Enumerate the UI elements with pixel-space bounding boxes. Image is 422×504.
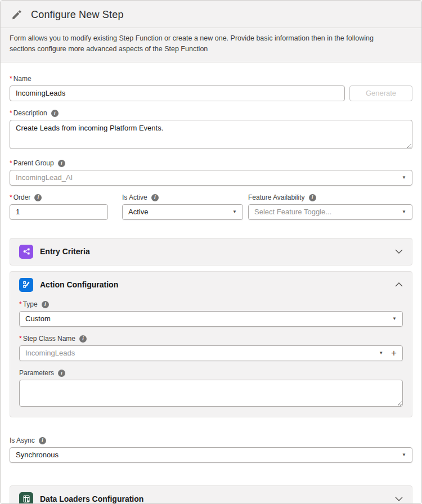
- step-class-name-field-group: * Step Class Name i IncomingLeads ▼ +: [19, 335, 403, 361]
- add-step-class-icon[interactable]: +: [391, 348, 397, 358]
- is-async-select[interactable]: Synchronous ▼: [10, 447, 412, 463]
- action-configuration-section: Action Configuration * Type i Cus: [10, 271, 412, 417]
- is-active-select[interactable]: Active ▼: [122, 204, 243, 220]
- info-icon[interactable]: i: [51, 110, 59, 117]
- required-marker: *: [19, 300, 22, 309]
- info-icon[interactable]: i: [58, 370, 65, 377]
- chevron-down-icon: ▼: [379, 350, 383, 356]
- parameters-textarea[interactable]: [19, 380, 403, 407]
- is-async-label: Is Async i: [10, 436, 412, 445]
- required-marker: *: [10, 75, 12, 83]
- page-title: Configure New Step: [31, 9, 124, 21]
- info-icon[interactable]: i: [79, 335, 87, 343]
- info-icon[interactable]: i: [151, 194, 159, 201]
- chevron-down-icon: ▼: [402, 175, 406, 180]
- name-label: * Name: [10, 75, 412, 83]
- chevron-down-icon: ▼: [392, 316, 397, 321]
- name-field-group: * Name Generate: [10, 75, 412, 101]
- type-value: Custom: [25, 314, 51, 323]
- required-marker: *: [10, 159, 12, 168]
- action-configuration-body: * Type i Custom ▼ * Step Class Name i: [10, 298, 412, 417]
- parameters-label: Parameters i: [19, 369, 403, 377]
- chevron-down-icon: ▼: [402, 209, 406, 214]
- chevron-down-icon[interactable]: [395, 497, 403, 501]
- feature-availability-select[interactable]: Select Feature Toggle... ▼: [248, 204, 412, 220]
- description-textarea[interactable]: Create Leads from incoming Platform Even…: [10, 120, 412, 149]
- flow-branch-icon: [19, 245, 33, 259]
- entry-criteria-header[interactable]: Entry Criteria: [10, 238, 412, 265]
- type-select[interactable]: Custom ▼: [19, 311, 403, 327]
- name-input[interactable]: [10, 86, 345, 101]
- is-async-value: Synchronous: [16, 451, 59, 459]
- modal-header: Configure New Step Form allows you to mo…: [1, 1, 421, 62]
- info-icon[interactable]: i: [42, 301, 49, 308]
- info-icon[interactable]: i: [58, 160, 65, 167]
- action-edit-icon: [19, 278, 33, 292]
- edit-pencil-icon: [11, 8, 23, 21]
- step-class-name-select[interactable]: IncomingLeads ▼ +: [19, 345, 403, 361]
- type-label: * Type i: [19, 300, 403, 309]
- description-field-group: * Description i Create Leads from incomi…: [10, 109, 412, 151]
- feature-availability-label: Feature Availability i: [248, 194, 412, 202]
- chevron-down-icon[interactable]: [395, 249, 403, 254]
- description-label: * Description i: [10, 109, 412, 118]
- parent-group-select[interactable]: IncomingLead_AI ▼: [10, 170, 412, 186]
- data-loaders-header[interactable]: Data Loaders Configuration: [10, 486, 412, 504]
- chevron-down-icon: ▼: [402, 452, 406, 457]
- data-loaders-title: Data Loaders Configuration: [40, 494, 395, 503]
- data-table-icon: [19, 492, 33, 504]
- configure-step-modal: Configure New Step Form allows you to mo…: [0, 0, 422, 504]
- parent-group-field-group: * Parent Group i IncomingLead_AI ▼: [10, 159, 412, 186]
- info-icon[interactable]: i: [309, 194, 316, 201]
- action-configuration-header[interactable]: Action Configuration: [10, 272, 412, 298]
- entry-criteria-section: Entry Criteria: [10, 238, 412, 266]
- required-marker: *: [10, 194, 12, 202]
- step-class-name-label: * Step Class Name i: [19, 335, 403, 343]
- required-marker: *: [19, 335, 22, 343]
- action-configuration-title: Action Configuration: [40, 280, 395, 289]
- order-active-feature-row: * Order i Is Active i Active ▼ Feature: [10, 194, 412, 220]
- type-field-group: * Type i Custom ▼: [19, 300, 403, 327]
- is-active-label: Is Active i: [122, 194, 243, 202]
- data-loaders-section: Data Loaders Configuration: [10, 485, 412, 504]
- feature-availability-field-group: Feature Availability i Select Feature To…: [248, 194, 412, 220]
- chevron-down-icon: ▼: [232, 209, 237, 214]
- generate-button[interactable]: Generate: [349, 86, 412, 101]
- info-icon[interactable]: i: [34, 194, 42, 201]
- parent-group-value: IncomingLead_AI: [16, 173, 73, 182]
- order-label: * Order i: [10, 194, 108, 202]
- is-active-value: Active: [128, 208, 148, 216]
- info-icon[interactable]: i: [39, 437, 46, 444]
- entry-criteria-title: Entry Criteria: [40, 247, 395, 256]
- is-active-field-group: Is Active i Active ▼: [122, 194, 243, 220]
- order-input[interactable]: [10, 204, 108, 220]
- step-class-name-value: IncomingLeads: [25, 349, 75, 357]
- form-area: * Name Generate * Description i Create L…: [1, 62, 421, 504]
- parameters-field-group: Parameters i: [19, 369, 403, 409]
- feature-availability-placeholder: Select Feature Toggle...: [254, 208, 331, 216]
- required-marker: *: [10, 109, 12, 118]
- form-help-text: Form allows you to modify existing Step …: [1, 28, 394, 62]
- is-async-field-group: Is Async i Synchronous ▼: [10, 436, 412, 463]
- order-field-group: * Order i: [10, 194, 108, 220]
- parent-group-label: * Parent Group i: [10, 159, 412, 168]
- chevron-up-icon[interactable]: [395, 282, 403, 287]
